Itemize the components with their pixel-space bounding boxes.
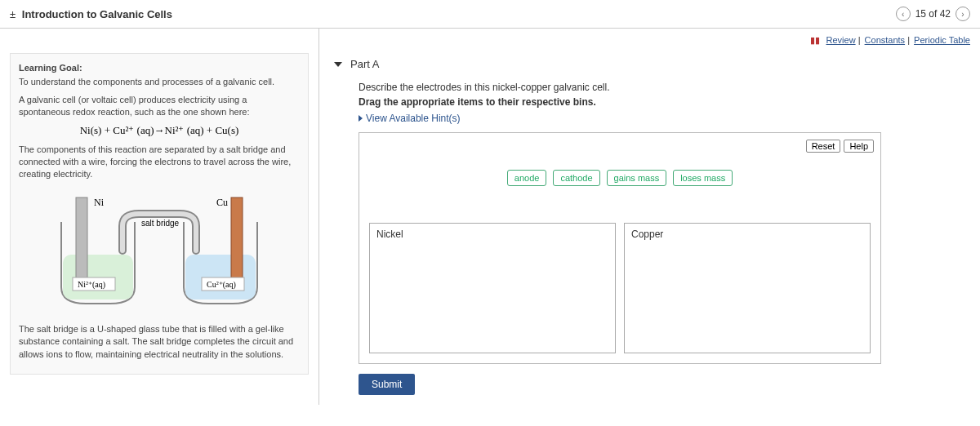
view-hints-link[interactable]: View Available Hint(s) <box>359 113 970 124</box>
svg-text:Ni²⁺(aq): Ni²⁺(aq) <box>78 280 105 290</box>
svg-text:Cu: Cu <box>216 197 228 208</box>
periodic-table-link[interactable]: Periodic Table <box>914 35 970 45</box>
learning-goal-heading: Learning Goal: <box>19 62 300 74</box>
part-a-label: Part A <box>350 58 379 70</box>
chip-pool: anode cathode gains mass loses mass <box>359 133 880 223</box>
chip-gains-mass[interactable]: gains mass <box>607 170 667 186</box>
collapse-toggle-icon[interactable]: ± <box>10 8 16 20</box>
chip-cathode[interactable]: cathode <box>553 170 599 186</box>
instruction-drag: Drag the appropriate items to their resp… <box>359 96 970 108</box>
svg-rect-2 <box>76 197 87 283</box>
reaction-equation: Ni(s) + Cu²⁺ (aq)→Ni²⁺ (aq) + Cu(s) <box>19 124 300 137</box>
bin-copper[interactable]: Copper <box>624 223 871 353</box>
intro-paragraph: A galvanic cell (or voltaic cell) produc… <box>19 94 300 119</box>
pause-icon: ▮▮ <box>810 35 820 45</box>
reset-button[interactable]: Reset <box>806 140 841 153</box>
next-button[interactable]: › <box>956 7 970 21</box>
bin-nickel-label: Nickel <box>376 229 608 240</box>
bin-nickel[interactable]: Nickel <box>369 223 616 353</box>
svg-text:Ni: Ni <box>94 197 105 208</box>
constants-link[interactable]: Constants <box>865 35 906 45</box>
sorting-workspace: Reset Help anode cathode gains mass lose… <box>359 132 881 364</box>
chip-loses-mass[interactable]: loses mass <box>673 170 733 186</box>
help-button[interactable]: Help <box>844 140 874 153</box>
bin-copper-label: Copper <box>631 229 863 240</box>
prev-button[interactable]: ‹ <box>896 7 911 21</box>
chip-anode[interactable]: anode <box>507 170 547 186</box>
galvanic-cell-diagram: Ni Cu salt bridge Ni²⁺(aq) Cu²⁺(aq) <box>19 189 300 312</box>
review-link[interactable]: Review <box>826 35 856 45</box>
learning-goal-text: To understand the components and process… <box>19 76 300 88</box>
instruction-describe: Describe the electrodes in this nickel-c… <box>359 82 970 93</box>
progress-label: 15 of 42 <box>915 8 951 20</box>
svg-rect-3 <box>231 197 243 283</box>
salt-bridge-paragraph: The salt bridge is a U-shaped glass tube… <box>19 323 300 361</box>
components-paragraph: The components of this reaction are sepa… <box>19 144 300 181</box>
chevron-right-icon <box>359 115 363 122</box>
submit-button[interactable]: Submit <box>359 374 415 395</box>
collapse-part-icon[interactable] <box>334 62 342 67</box>
svg-text:salt bridge: salt bridge <box>141 219 180 228</box>
page-title: Introduction to Galvanic Cells <box>22 8 172 20</box>
svg-text:Cu²⁺(aq): Cu²⁺(aq) <box>207 280 236 290</box>
